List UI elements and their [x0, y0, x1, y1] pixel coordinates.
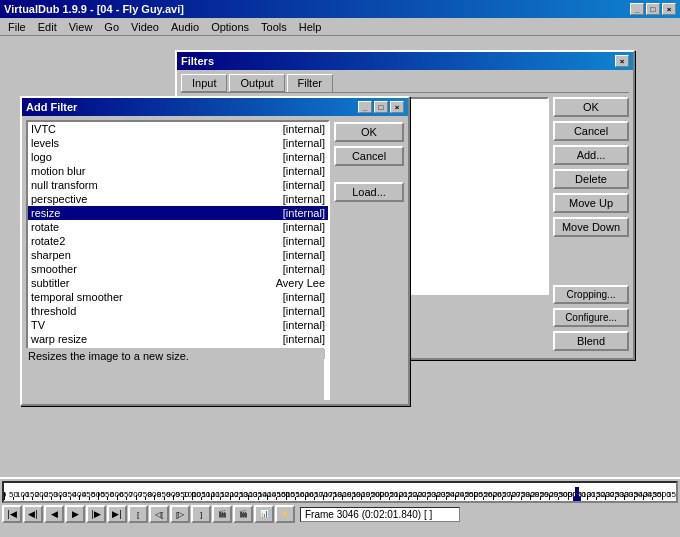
add-filter-buttons: OK Cancel Load... [334, 120, 404, 400]
filters-configure-button[interactable]: Configure... [553, 308, 629, 327]
add-filter-title-text: Add Filter [26, 101, 77, 113]
filters-delete-button[interactable]: Delete [553, 169, 629, 189]
spacer [334, 170, 404, 178]
timeline[interactable]: 0501001502002503003504004505005506006507… [2, 481, 678, 503]
filter-name: subtitler [31, 277, 266, 289]
filters-add-button[interactable]: Add... [553, 145, 629, 165]
timeline-position-base [573, 497, 581, 501]
filter-name: logo [31, 151, 273, 163]
filter-list-item[interactable]: rotate2[internal] [28, 234, 328, 248]
filter-list-item[interactable]: sharpen[internal] [28, 248, 328, 262]
menu-options[interactable]: Options [205, 20, 255, 34]
add-filter-load-button[interactable]: Load... [334, 182, 404, 202]
filter-name: sharpen [31, 249, 273, 261]
clap2-button[interactable]: 🎬 [233, 505, 253, 523]
next-mark-button[interactable]: [▷ [170, 505, 190, 523]
filter-source: Avery Lee [276, 277, 325, 289]
step-back-button[interactable]: ◀ [44, 505, 64, 523]
add-filter-maximize[interactable]: □ [374, 101, 388, 113]
tab-input[interactable]: Input [181, 74, 227, 92]
filter-source: [internal] [283, 319, 325, 331]
add-filter-desc-text: Resizes the image to a new size. [28, 350, 189, 362]
extra-button[interactable]: ⚡ [275, 505, 295, 523]
filter-list-item[interactable]: threshold[internal] [28, 304, 328, 318]
filter-list-item[interactable]: resize[internal] [28, 206, 328, 220]
filters-close-button[interactable]: × [615, 55, 629, 67]
filters-cropping-button[interactable]: Cropping... [553, 285, 629, 304]
menu-view[interactable]: View [63, 20, 99, 34]
filter-source: [internal] [283, 221, 325, 233]
filters-moveup-button[interactable]: Move Up [553, 193, 629, 213]
filters-title-text: Filters [181, 55, 214, 67]
filter-list-item[interactable]: warp resize[internal] [28, 332, 328, 346]
filter-list-item[interactable]: temporal smoother[internal] [28, 290, 328, 304]
filters-movedown-button[interactable]: Move Down [553, 217, 629, 237]
filters-title-bar: Filters × [177, 52, 633, 70]
add-filter-minimize[interactable]: _ [358, 101, 372, 113]
go-to-start-button[interactable]: |◀ [2, 505, 22, 523]
filter-source: [internal] [283, 179, 325, 191]
filter-source: [internal] [283, 165, 325, 177]
menu-edit[interactable]: Edit [32, 20, 63, 34]
add-filter-list-inner: IVTC[internal]levels[internal]logo[inter… [28, 122, 328, 360]
filter-list-item[interactable]: null transform[internal] [28, 178, 328, 192]
prev-scene-button[interactable]: ◀| [23, 505, 43, 523]
menu-help[interactable]: Help [293, 20, 328, 34]
add-filter-dialog: Add Filter _ □ × IVTC[internal]levels[in… [20, 96, 410, 406]
bottom-bar: 0501001502002503003504004505005506006507… [0, 477, 680, 537]
tab-output[interactable]: Output [229, 74, 284, 92]
filter-name: motion blur [31, 165, 273, 177]
menu-audio[interactable]: Audio [165, 20, 205, 34]
filter-list-item[interactable]: perspective[internal] [28, 192, 328, 206]
step-forward-button[interactable]: ▶ [65, 505, 85, 523]
filter-list-item[interactable]: logo[internal] [28, 150, 328, 164]
clap1-button[interactable]: 🎬 [212, 505, 232, 523]
mark-out-button[interactable]: ] [191, 505, 211, 523]
close-button[interactable]: × [662, 3, 676, 15]
go-to-end-button[interactable]: ▶| [107, 505, 127, 523]
filters-cancel-button[interactable]: Cancel [553, 121, 629, 141]
menu-go[interactable]: Go [98, 20, 125, 34]
filter-list-item[interactable]: IVTC[internal] [28, 122, 328, 136]
minimize-button[interactable]: _ [630, 3, 644, 15]
maximize-button[interactable]: □ [646, 3, 660, 15]
filter-source: [internal] [283, 305, 325, 317]
filter-source: [internal] [283, 333, 325, 345]
filters-right-buttons: OK Cancel Add... Delete Move Up Move Dow… [553, 97, 629, 237]
add-filter-ok-button[interactable]: OK [334, 122, 404, 142]
title-bar-buttons: _ □ × [630, 3, 676, 15]
menu-file[interactable]: File [2, 20, 32, 34]
filters-tabs: Input Output Filter [177, 70, 633, 92]
histogram-button[interactable]: 📊 [254, 505, 274, 523]
filter-list-item[interactable]: subtitlerAvery Lee [28, 276, 328, 290]
filter-source: [internal] [283, 207, 325, 219]
filter-name: smoother [31, 263, 273, 275]
filter-name: IVTC [31, 123, 273, 135]
filter-name: rotate [31, 221, 273, 233]
filter-name: threshold [31, 305, 273, 317]
filter-name: temporal smoother [31, 291, 273, 303]
menu-video[interactable]: Video [125, 20, 165, 34]
filter-list-item[interactable]: levels[internal] [28, 136, 328, 150]
tab-filter[interactable]: Filter [287, 74, 333, 92]
filter-name: warp resize [31, 333, 273, 345]
filters-blend-button[interactable]: Blend [553, 331, 629, 351]
next-scene-button[interactable]: |▶ [86, 505, 106, 523]
filter-list-item[interactable]: TV[internal] [28, 318, 328, 332]
filter-list-item[interactable]: rotate[internal] [28, 220, 328, 234]
mark-in-button[interactable]: [ [128, 505, 148, 523]
filter-name: perspective [31, 193, 273, 205]
frame-display: Frame 3046 (0:02:01.840) [ ] [300, 507, 460, 522]
filter-list-item[interactable]: motion blur[internal] [28, 164, 328, 178]
filter-name: TV [31, 319, 273, 331]
filter-name: levels [31, 137, 273, 149]
filter-list-item[interactable]: smoother[internal] [28, 262, 328, 276]
filter-source: [internal] [283, 263, 325, 275]
add-filter-close[interactable]: × [390, 101, 404, 113]
prev-mark-button[interactable]: ◁[ [149, 505, 169, 523]
filters-ok-button[interactable]: OK [553, 97, 629, 117]
filters-bottom-right-buttons: Cropping... Configure... Blend [553, 285, 629, 351]
menu-tools[interactable]: Tools [255, 20, 293, 34]
add-filter-title-btns: _ □ × [358, 101, 404, 113]
add-filter-cancel-button[interactable]: Cancel [334, 146, 404, 166]
